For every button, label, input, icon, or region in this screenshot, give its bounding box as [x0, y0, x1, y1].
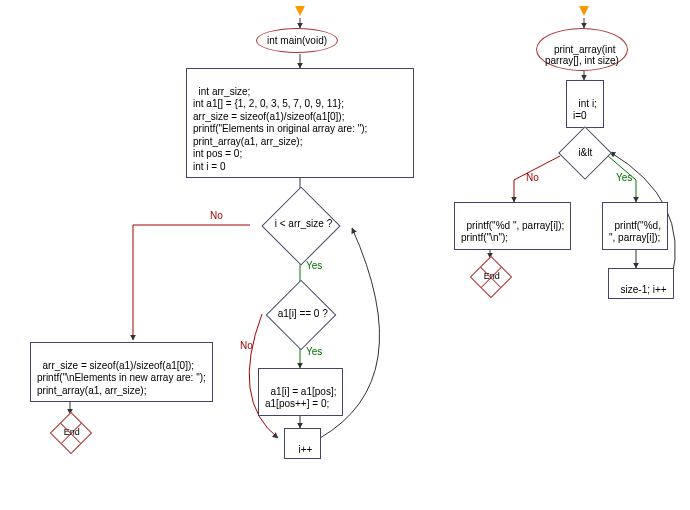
print-init-box: int i; i=0 [566, 80, 604, 128]
entry-arrow-right [579, 6, 589, 16]
main-start-label: int main(void) [267, 35, 327, 46]
cond-zero-label: a1[i] == 0 ? [269, 308, 337, 319]
entry-arrow-left [295, 6, 305, 16]
print-yes-text: printf("%d, ", parray[i]); [609, 220, 661, 244]
cond-zero: a1[i] == 0 ? [266, 280, 337, 351]
cond1-yes-label: Yes [306, 260, 322, 271]
print-inc-box: size-1; i++ [608, 268, 674, 299]
print-end-label: End [482, 271, 502, 281]
print-start-node: print_array(int parray[], int size) [536, 28, 628, 71]
main-start-node: int main(void) [256, 28, 338, 53]
cond-arrsize: i < arr_size ? [261, 186, 340, 265]
swap-text: a1[i] = a1[pos]; a1[pos++] = 0; [265, 386, 336, 410]
main-init-text: int arr_size; int a1[] = {1, 2, 0, 3, 5,… [193, 86, 367, 172]
main-init-box: int arr_size; int a1[] = {1, 2, 0, 3, 5,… [186, 68, 414, 178]
main-end-label: End [62, 427, 82, 437]
cond1-no-label: No [210, 210, 223, 221]
print-no-text: printf("%d ", parray[i]); printf("\n"); [461, 220, 564, 244]
cond-ilt-label: i&lt [569, 147, 601, 158]
cond2-yes-label: Yes [306, 346, 322, 357]
print-no-box: printf("%d ", parray[i]); printf("\n"); [454, 202, 571, 250]
cond2-no-label: No [240, 340, 253, 351]
cond-arrsize-label: i < arr_size ? [264, 218, 342, 229]
print-yes-box: printf("%d, ", parray[i]); [602, 202, 668, 250]
condr-yes-label: Yes [616, 172, 632, 183]
final-text: arr_size = sizeof(a1)/sizeof(a1[0]); pri… [37, 360, 206, 396]
print-start-label: print_array(int parray[], int size) [545, 44, 619, 66]
cond-ilt: i&lt [558, 126, 612, 180]
swap-box: a1[i] = a1[pos]; a1[pos++] = 0; [258, 368, 343, 416]
condr-no-label: No [526, 172, 539, 183]
inc-i-box: i++ [284, 428, 321, 459]
print-end-node: End [470, 256, 512, 298]
print-inc-text: size-1; i++ [621, 284, 667, 295]
main-end-node: End [50, 412, 92, 454]
print-init-text: int i; i=0 [573, 98, 597, 122]
final-box: arr_size = sizeof(a1)/sizeof(a1[0]); pri… [30, 342, 213, 402]
inc-i-text: i++ [299, 444, 313, 455]
